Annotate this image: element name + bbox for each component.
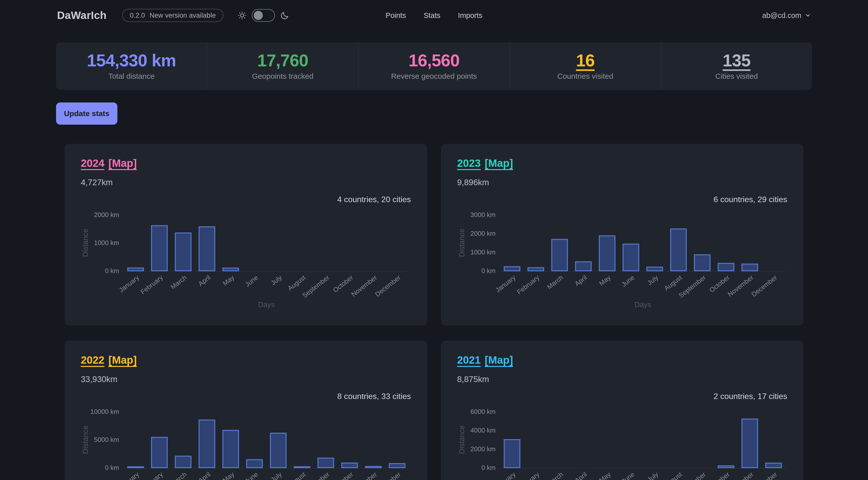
countries-visited-link[interactable]: 16	[576, 52, 595, 69]
nav-link-imports[interactable]: Imports	[458, 11, 483, 20]
svg-text:August: August	[662, 274, 683, 292]
cities-visited-link[interactable]: 135	[722, 52, 750, 69]
svg-text:May: May	[598, 274, 612, 287]
nav-link-stats[interactable]: Stats	[424, 11, 440, 20]
svg-text:July: July	[269, 471, 283, 480]
map-link[interactable]: [Map]	[108, 157, 136, 169]
year-countries-cities: 2 countries, 17 cities	[457, 392, 787, 401]
svg-text:2000 km: 2000 km	[470, 445, 496, 453]
nav-link-points[interactable]: Points	[385, 11, 406, 20]
year-total-distance: 9,896km	[457, 178, 787, 187]
monthly-distance-chart: 0 km2000 km4000 km6000 kmDistanceJanuary…	[457, 405, 787, 480]
stat-label: Geopoints tracked	[252, 72, 313, 81]
svg-text:July: July	[269, 274, 283, 287]
svg-text:0 km: 0 km	[481, 464, 495, 472]
theme-switcher	[238, 9, 289, 22]
svg-text:March: March	[545, 274, 564, 291]
year-link[interactable]: 2021	[457, 354, 481, 366]
new-version-link[interactable]: New version available	[150, 11, 216, 20]
year-link[interactable]: 2023	[457, 157, 481, 169]
moon-icon	[280, 10, 289, 20]
year-total-distance: 8,875km	[457, 375, 787, 384]
svg-text:June: June	[244, 274, 259, 288]
year-card: 2023[Map] 9,896km 6 countries, 29 cities…	[441, 144, 804, 325]
year-countries-cities: 4 countries, 20 cities	[81, 195, 411, 204]
svg-text:1000 km: 1000 km	[94, 239, 119, 247]
year-cards-grid: 2024[Map] 4,727km 4 countries, 20 cities…	[65, 144, 803, 480]
map-link[interactable]: [Map]	[485, 157, 513, 169]
svg-text:Days: Days	[634, 300, 651, 309]
svg-text:April: April	[573, 274, 588, 288]
svg-text:November: November	[726, 471, 755, 480]
svg-text:June: June	[244, 471, 259, 480]
svg-text:January: January	[494, 471, 517, 480]
svg-text:3000 km: 3000 km	[470, 211, 496, 219]
user-email: ab@cd.com	[762, 11, 801, 20]
user-menu[interactable]: ab@cd.com	[762, 11, 811, 20]
main-nav: Points Stats Imports	[385, 0, 482, 31]
svg-text:April: April	[197, 274, 212, 288]
svg-text:April: April	[573, 471, 588, 480]
monthly-distance-chart: 0 km1000 km2000 kmDistanceJanuaryFebruar…	[81, 208, 411, 324]
svg-text:4000 km: 4000 km	[470, 426, 496, 434]
svg-text:March: March	[545, 471, 564, 480]
year-card: 2024[Map] 4,727km 4 countries, 20 cities…	[65, 144, 427, 325]
svg-text:December: December	[374, 471, 402, 480]
svg-text:6000 km: 6000 km	[470, 408, 496, 415]
update-stats-button[interactable]: Update stats	[56, 102, 117, 125]
stat-label: Cities visited	[715, 72, 758, 81]
stat-value: 17,760	[257, 52, 308, 69]
stat-countries-visited: 16 Countries visited	[509, 42, 661, 90]
svg-text:February: February	[139, 471, 164, 480]
version-badge[interactable]: 0.2.0 New version available	[122, 9, 223, 22]
monthly-distance-chart: 0 km5000 km10000 kmDistanceJanuaryFebrua…	[81, 405, 411, 480]
stat-label: Total distance	[108, 72, 155, 81]
svg-text:June: June	[620, 274, 636, 288]
svg-text:January: January	[117, 471, 141, 480]
svg-text:Distance: Distance	[81, 229, 89, 257]
year-card-title: 2022[Map]	[81, 354, 411, 366]
chevron-down-icon	[805, 12, 811, 19]
year-card-title: 2024[Map]	[81, 158, 411, 169]
svg-text:5000 km: 5000 km	[94, 436, 119, 443]
year-link[interactable]: 2024	[81, 157, 104, 169]
svg-text:August: August	[286, 274, 307, 292]
stat-label: Countries visited	[557, 72, 613, 81]
stat-reverse-geocoded: 16,560 Reverse geocoded points	[358, 42, 509, 90]
year-link[interactable]: 2022	[81, 354, 104, 366]
theme-toggle[interactable]	[252, 9, 275, 22]
year-card-title: 2023[Map]	[457, 158, 787, 169]
svg-text:February: February	[515, 274, 540, 296]
stat-geopoints: 17,760 Geopoints tracked	[207, 42, 358, 90]
svg-text:March: March	[169, 471, 188, 480]
svg-text:January: January	[117, 274, 141, 294]
year-card: 2022[Map] 33,930km 8 countries, 33 citie…	[65, 341, 427, 480]
svg-text:March: March	[169, 274, 188, 291]
stat-total-distance: 154,330 km Total distance	[56, 42, 207, 90]
svg-text:December: December	[750, 471, 778, 480]
svg-text:July: July	[646, 274, 659, 287]
year-countries-cities: 6 countries, 29 cities	[457, 195, 787, 204]
stat-value: 16,560	[408, 52, 460, 69]
svg-text:0 km: 0 km	[481, 267, 495, 275]
svg-text:November: November	[350, 274, 378, 298]
app-logo: DaWarIch	[57, 9, 106, 22]
svg-text:2000 km: 2000 km	[94, 211, 119, 219]
svg-text:May: May	[221, 274, 236, 287]
svg-text:July: July	[646, 471, 659, 480]
svg-text:October: October	[332, 471, 355, 480]
year-card-title: 2021[Map]	[457, 354, 787, 366]
stats-panel: 154,330 km Total distance 17,760 Geopoin…	[56, 42, 812, 90]
map-link[interactable]: [Map]	[108, 354, 136, 366]
svg-text:Distance: Distance	[458, 425, 466, 454]
svg-text:January: January	[494, 274, 517, 294]
monthly-distance-chart: 0 km1000 km2000 km3000 kmDistanceJanuary…	[457, 208, 787, 324]
svg-text:February: February	[515, 471, 540, 480]
map-link[interactable]: [Map]	[485, 354, 513, 366]
svg-text:Distance: Distance	[458, 229, 466, 257]
svg-text:October: October	[708, 471, 731, 480]
svg-text:June: June	[620, 471, 636, 480]
svg-text:Distance: Distance	[81, 425, 89, 454]
svg-text:November: November	[726, 274, 755, 298]
version-number: 0.2.0	[130, 11, 145, 20]
